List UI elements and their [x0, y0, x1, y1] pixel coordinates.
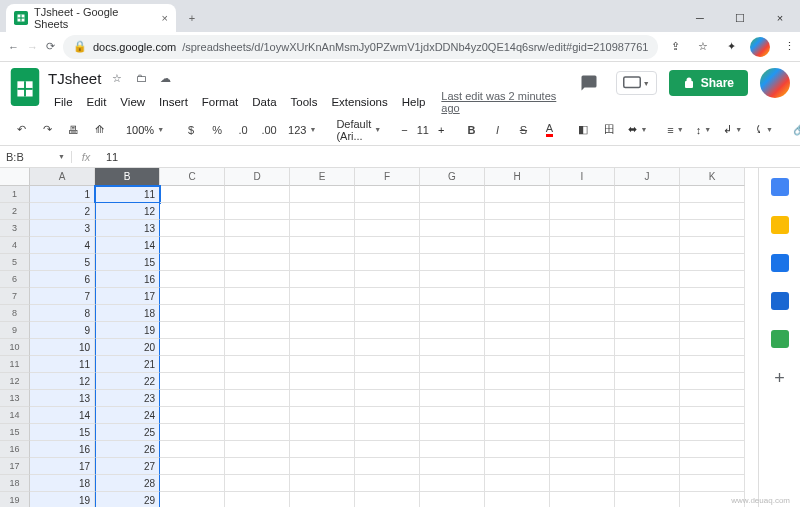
bookmark-icon[interactable]: ☆	[694, 38, 712, 56]
browser-menu-icon[interactable]: ⋮	[780, 38, 798, 56]
cell[interactable]	[680, 475, 745, 492]
cell[interactable]: 14	[95, 237, 160, 254]
row-header[interactable]: 4	[0, 237, 30, 254]
cell[interactable]	[160, 220, 225, 237]
cell[interactable]	[355, 373, 420, 390]
cell[interactable]	[420, 373, 485, 390]
menu-format[interactable]: Format	[196, 94, 244, 110]
cell[interactable]	[355, 441, 420, 458]
cell[interactable]: 26	[95, 441, 160, 458]
cell[interactable]	[290, 254, 355, 271]
cell[interactable]	[355, 424, 420, 441]
row-header[interactable]: 8	[0, 305, 30, 322]
minimize-button[interactable]: ─	[680, 4, 720, 32]
cell[interactable]: 4	[30, 237, 95, 254]
cell[interactable]	[160, 288, 225, 305]
cell[interactable]	[680, 254, 745, 271]
cell[interactable]: 17	[95, 288, 160, 305]
cell[interactable]	[160, 305, 225, 322]
cell[interactable]: 23	[95, 390, 160, 407]
cell[interactable]	[355, 186, 420, 203]
spreadsheet-grid[interactable]: ABCDEFGHIJK11112212331344145515661677178…	[0, 168, 758, 507]
cell[interactable]	[680, 220, 745, 237]
cell[interactable]	[355, 475, 420, 492]
cell[interactable]: 16	[95, 271, 160, 288]
cell[interactable]	[680, 322, 745, 339]
cell[interactable]	[225, 254, 290, 271]
keep-icon[interactable]	[771, 216, 789, 234]
reload-button[interactable]: ⟳	[46, 36, 55, 58]
format-currency-button[interactable]: $	[180, 118, 202, 142]
browser-tab[interactable]: TJsheet - Google Sheets ×	[6, 4, 176, 32]
cell[interactable]	[615, 458, 680, 475]
cell[interactable]	[420, 220, 485, 237]
row-header[interactable]: 6	[0, 271, 30, 288]
menu-edit[interactable]: Edit	[81, 94, 113, 110]
cell[interactable]	[290, 288, 355, 305]
cell[interactable]	[225, 390, 290, 407]
cell[interactable]	[420, 322, 485, 339]
menu-file[interactable]: File	[48, 94, 79, 110]
cell[interactable]	[355, 339, 420, 356]
cell[interactable]	[355, 322, 420, 339]
cell[interactable]	[290, 186, 355, 203]
cell[interactable]	[420, 237, 485, 254]
row-header[interactable]: 16	[0, 441, 30, 458]
name-box[interactable]: B:B▼	[0, 151, 72, 163]
cell[interactable]	[160, 254, 225, 271]
cell[interactable]	[355, 220, 420, 237]
strikethrough-button[interactable]: S	[512, 118, 534, 142]
cell[interactable]	[680, 373, 745, 390]
wrap-button[interactable]: ↲▼	[719, 123, 746, 136]
cell[interactable]	[290, 407, 355, 424]
column-header-K[interactable]: K	[680, 168, 745, 186]
column-header-G[interactable]: G	[420, 168, 485, 186]
cell[interactable]	[550, 237, 615, 254]
decrease-decimal-button[interactable]: .0	[232, 118, 254, 142]
column-header-F[interactable]: F	[355, 168, 420, 186]
cell[interactable]	[420, 305, 485, 322]
cell[interactable]	[225, 288, 290, 305]
cell[interactable]	[225, 220, 290, 237]
cell[interactable]	[420, 475, 485, 492]
extensions-icon[interactable]: ✦	[722, 38, 740, 56]
cell[interactable]	[550, 322, 615, 339]
cell[interactable]	[160, 322, 225, 339]
column-header-C[interactable]: C	[160, 168, 225, 186]
cell[interactable]: 24	[95, 407, 160, 424]
cell[interactable]	[290, 458, 355, 475]
cell[interactable]: 17	[30, 458, 95, 475]
bold-button[interactable]: B	[460, 118, 482, 142]
cell[interactable]	[615, 475, 680, 492]
redo-button[interactable]: ↷	[36, 118, 58, 142]
cell[interactable]	[615, 271, 680, 288]
paint-format-button[interactable]: ⟰	[88, 118, 110, 142]
cell[interactable]: 14	[30, 407, 95, 424]
column-header-D[interactable]: D	[225, 168, 290, 186]
h-align-button[interactable]: ≡▼	[663, 124, 687, 136]
cell[interactable]	[680, 237, 745, 254]
cell[interactable]	[485, 458, 550, 475]
cell[interactable]	[290, 220, 355, 237]
tasks-icon[interactable]	[771, 254, 789, 272]
cell[interactable]: 21	[95, 356, 160, 373]
cell[interactable]	[485, 373, 550, 390]
cell[interactable]	[355, 271, 420, 288]
select-all-corner[interactable]	[0, 168, 30, 186]
cell[interactable]: 15	[30, 424, 95, 441]
cell[interactable]: 3	[30, 220, 95, 237]
cell[interactable]	[680, 424, 745, 441]
cell[interactable]	[485, 475, 550, 492]
rotate-button[interactable]: ⤹▼	[750, 123, 777, 136]
zoom-select[interactable]: 100%▼	[122, 124, 168, 136]
row-header[interactable]: 9	[0, 322, 30, 339]
cell[interactable]: 13	[95, 220, 160, 237]
cell[interactable]	[550, 390, 615, 407]
move-icon[interactable]: 🗀	[133, 70, 149, 86]
cell[interactable]	[160, 407, 225, 424]
column-header-A[interactable]: A	[30, 168, 95, 186]
new-tab-button[interactable]: +	[180, 6, 204, 30]
cell[interactable]: 11	[95, 186, 160, 203]
cell[interactable]	[485, 492, 550, 507]
cell[interactable]	[225, 492, 290, 507]
